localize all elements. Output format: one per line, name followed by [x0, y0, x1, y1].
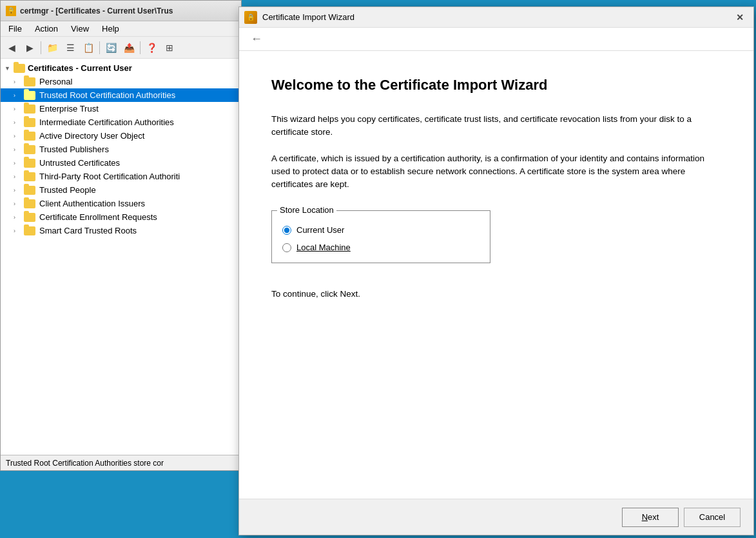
tree-item-intermediate[interactable]: › Intermediate Certification Authorities: [1, 115, 241, 129]
toolbar-back[interactable]: ◀: [3, 39, 20, 56]
wizard-title-left: 🔒 Certificate Import Wizard: [244, 11, 354, 24]
folder-icon-enrollment: [24, 213, 35, 222]
tree-item-trusted-root[interactable]: › Trusted Root Certification Authorities: [1, 88, 241, 102]
radio-current-user-input[interactable]: [282, 226, 291, 235]
tree-item-untrusted[interactable]: › Untrusted Certificates: [1, 156, 241, 170]
folder-icon-trusted-people: [24, 186, 35, 195]
tree-item-active-directory[interactable]: › Active Directory User Object: [1, 129, 241, 143]
radio-local-machine-label: Local Machine: [296, 243, 351, 252]
tree-item-trusted-people[interactable]: › Trusted People: [1, 183, 241, 197]
toolbar-separator-2: [99, 41, 100, 54]
certmgr-menubar: File Action View Help: [1, 21, 241, 37]
radio-current-user-label: Current User: [296, 225, 344, 235]
toolbar-refresh[interactable]: 🔄: [102, 39, 119, 56]
folder-icon-personal: [24, 77, 35, 86]
folder-icon-client-auth: [24, 199, 35, 208]
toolbar-separator-1: [41, 41, 41, 54]
wizard-titlebar: 🔒 Certificate Import Wizard ✕: [239, 7, 753, 28]
tree-item-trusted-publishers[interactable]: › Trusted Publishers: [1, 143, 241, 156]
toolbar-up[interactable]: 📁: [44, 39, 61, 56]
wizard-title-icon: 🔒: [244, 11, 257, 24]
certmgr-tree: ▼ Certificates - Current User › Personal…: [1, 59, 241, 455]
certmgr-titlebar: 🔒 certmgr - [Certificates - Current User…: [1, 1, 241, 21]
folder-icon-active-directory: [24, 132, 35, 141]
toolbar-view-grid[interactable]: ⊞: [161, 39, 178, 56]
certmgr-window: 🔒 certmgr - [Certificates - Current User…: [0, 0, 242, 471]
tree-item-smart-card[interactable]: › Smart Card Trusted Roots: [1, 224, 241, 237]
root-folder-icon: [14, 64, 25, 73]
close-button[interactable]: ✕: [732, 11, 748, 24]
toolbar-copy[interactable]: 📋: [80, 39, 97, 56]
cancel-label: Cancel: [699, 512, 725, 522]
certmgr-statusbar: Trusted Root Certification Authorities s…: [1, 455, 241, 470]
wizard-titlebar-text: Certificate Import Wizard: [262, 12, 354, 22]
tree-item-third-party[interactable]: › Third-Party Root Certification Authori…: [1, 170, 241, 183]
wizard-dialog: 🔒 Certificate Import Wizard ✕ ← Welcome …: [238, 6, 754, 535]
certmgr-toolbar: ◀ ▶ 📁 ☰ 📋 🔄 📤 ❓ ⊞: [1, 37, 241, 59]
folder-icon-trusted-root: [24, 91, 35, 100]
wizard-description-1: This wizard helps you copy certificates,…: [271, 113, 721, 139]
cancel-button[interactable]: Cancel: [684, 508, 741, 527]
tree-item-personal[interactable]: › Personal: [1, 75, 241, 88]
wizard-nav: ←: [239, 28, 753, 51]
nav-back-button[interactable]: ←: [247, 31, 266, 47]
menu-file[interactable]: File: [3, 23, 27, 35]
radio-current-user[interactable]: Current User: [282, 225, 480, 235]
menu-view[interactable]: View: [66, 23, 94, 35]
tree-item-enrollment[interactable]: › Certificate Enrollment Requests: [1, 210, 241, 224]
toolbar-help[interactable]: ❓: [143, 39, 160, 56]
toolbar-export[interactable]: 📤: [121, 39, 137, 56]
tree-item-enterprise[interactable]: › Enterprise Trust: [1, 102, 241, 115]
wizard-footer: Next Cancel: [239, 499, 753, 535]
certmgr-title: certmgr - [Certificates - Current User\T…: [20, 6, 173, 15]
radio-local-machine-input[interactable]: [282, 243, 291, 252]
certmgr-icon: 🔒: [6, 6, 16, 16]
folder-icon-third-party: [24, 172, 35, 181]
toolbar-forward[interactable]: ▶: [21, 39, 38, 56]
toolbar-view-list[interactable]: ☰: [62, 39, 79, 56]
store-location-legend: Store Location: [277, 205, 336, 215]
wizard-body: Welcome to the Certificate Import Wizard…: [239, 51, 753, 499]
folder-icon-intermediate: [24, 118, 35, 127]
tree-item-client-auth[interactable]: › Client Authentication Issuers: [1, 197, 241, 210]
menu-help[interactable]: Help: [97, 23, 124, 35]
root-expand: ▼: [5, 65, 11, 72]
folder-icon-enterprise: [24, 105, 35, 114]
toolbar-separator-3: [140, 41, 141, 54]
wizard-heading: Welcome to the Certificate Import Wizard: [271, 77, 721, 94]
next-button[interactable]: Next: [622, 508, 679, 527]
tree-root-label: Certificates - Current User: [28, 63, 132, 73]
menu-action[interactable]: Action: [30, 23, 63, 35]
store-location-group: Store Location Current User Local Machin…: [271, 210, 490, 263]
tree-root[interactable]: ▼ Certificates - Current User: [1, 61, 241, 75]
statusbar-text: Trusted Root Certification Authorities s…: [6, 459, 164, 468]
wizard-continue-text: To continue, click Next.: [271, 289, 721, 299]
folder-icon-untrusted: [24, 159, 35, 168]
wizard-description-2: A certificate, which is issued by a cert…: [271, 152, 721, 192]
folder-icon-smart-card: [24, 226, 35, 235]
folder-icon-trusted-publishers: [24, 145, 35, 154]
radio-local-machine[interactable]: Local Machine: [282, 243, 480, 252]
next-underline: Next: [642, 512, 659, 522]
